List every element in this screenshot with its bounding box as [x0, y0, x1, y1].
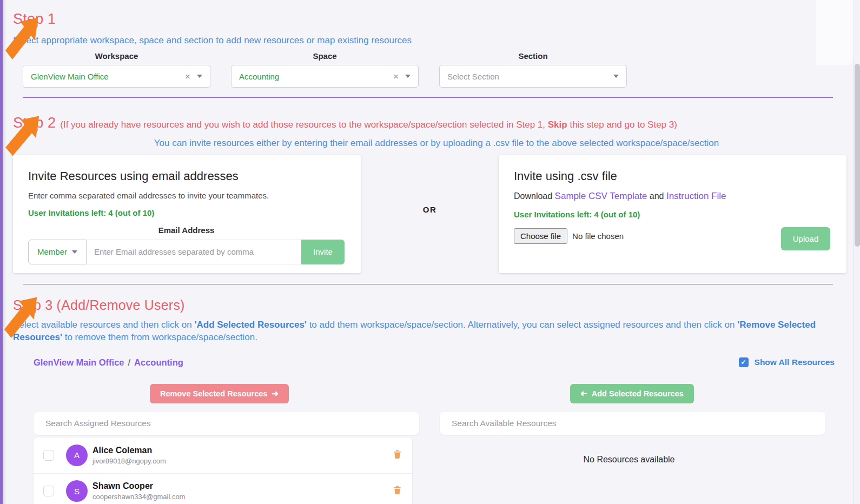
step2-note-skip: Skip — [548, 120, 567, 130]
sample-csv-template-link[interactable]: Sample CSV Template — [555, 191, 647, 201]
breadcrumb: GlenView Main Office/Accounting — [34, 357, 183, 368]
arrow-right-icon: ➜ — [272, 389, 279, 399]
chevron-down-icon — [72, 250, 77, 254]
section-field: Section Select Section — [439, 51, 627, 88]
checkbox-checked-icon[interactable]: ✓ — [739, 357, 749, 367]
file-row: Choose file No file chosen Upload — [514, 227, 830, 250]
delete-user-button[interactable] — [392, 485, 402, 498]
breadcrumb-workspace[interactable]: GlenView Main Office — [34, 357, 124, 367]
search-available-resources-input[interactable] — [440, 412, 825, 435]
show-all-resources-toggle[interactable]: ✓ Show All Resources — [739, 357, 835, 367]
scrollbar[interactable] — [854, 0, 860, 504]
chevron-down-icon[interactable] — [197, 75, 202, 78]
invite-row: Member Invite — [28, 240, 345, 264]
breadcrumb-separator: / — [128, 357, 131, 367]
left-edge-accent — [0, 0, 3, 504]
user-email: jivor89018@ngopy.com — [92, 457, 166, 465]
choose-file-button[interactable]: Choose file — [514, 228, 567, 244]
clear-icon[interactable]: × — [393, 72, 399, 81]
chevron-down-icon[interactable] — [405, 75, 411, 78]
user-info: Alice Coleman jivor89018@ngopy.com — [92, 446, 166, 465]
email-card-subtitle: Enter comma separated email addresses to… — [28, 191, 345, 200]
download-and-text: and — [647, 191, 666, 201]
email-invitations-left: User Invitations left: 4 (out of 10) — [28, 208, 345, 217]
workspace-select[interactable]: GlenView Main Office × — [23, 65, 210, 88]
step2-heading: Step 2(If you already have resources and… — [13, 114, 860, 132]
search-assigned-resources-input[interactable] — [34, 412, 419, 435]
delete-user-button[interactable] — [392, 449, 402, 462]
csv-invite-card: Invite using .csv file Download Sample C… — [499, 155, 846, 273]
step1-fields: Workspace GlenView Main Office × Space A… — [23, 51, 860, 88]
section-divider — [23, 97, 833, 98]
upload-button[interactable]: Upload — [781, 227, 830, 250]
role-selected-value: Member — [37, 247, 67, 256]
trash-icon — [393, 486, 401, 495]
row-checkbox[interactable] — [43, 450, 54, 461]
workspace-field: Workspace GlenView Main Office × — [23, 51, 210, 88]
step2-cards: Invite Resources using email addresses E… — [13, 155, 846, 273]
clear-icon[interactable]: × — [185, 72, 190, 81]
transfer-buttons-row: Remove Selected Resources ➜ ➜ Add Select… — [13, 384, 838, 403]
add-selected-resources-button[interactable]: ➜ Add Selected Resources — [570, 384, 694, 403]
breadcrumb-row: GlenView Main Office/Accounting ✓ Show A… — [34, 357, 835, 368]
step1-subtitle: Select appropriate workspace, space and … — [13, 35, 860, 46]
left-edge-shadow — [3, 0, 6, 504]
email-invite-card: Invite Resources using email addresses E… — [13, 155, 361, 273]
email-address-label: Email Address — [28, 226, 345, 235]
space-selected-value: Accounting — [239, 72, 393, 81]
user-email: coopershawn334@gmail.com — [92, 493, 185, 501]
step1-title: Step 1 — [13, 11, 860, 28]
step3-desc-pre: Select available resources and then clic… — [13, 320, 194, 330]
main-content: Step 1 Select appropriate workspace, spa… — [3, 0, 860, 504]
space-label: Space — [231, 51, 419, 61]
available-resources-empty-message: No Resources available — [433, 437, 825, 504]
step2-subtitle: You can invite resources either by enter… — [13, 138, 860, 149]
trash-icon — [393, 450, 401, 459]
invite-button[interactable]: Invite — [301, 240, 345, 264]
user-name: Alice Coleman — [92, 446, 166, 455]
instruction-file-link[interactable]: Instruction File — [666, 191, 726, 201]
top-right-panel — [816, 0, 854, 65]
workspace-selected-value: GlenView Main Office — [31, 72, 185, 81]
or-separator: OR — [361, 155, 499, 214]
download-text: Download — [514, 191, 555, 201]
step2-note-pre: (If you already have resources and you w… — [60, 120, 548, 130]
no-file-chosen-text: No file chosen — [572, 231, 624, 241]
file-input[interactable]: Choose file No file chosen — [514, 227, 624, 244]
step3-desc-post: to remove them from workspace/space/sect… — [62, 332, 257, 342]
section-divider — [23, 284, 833, 284]
section-label: Section — [439, 51, 627, 61]
avatar: A — [66, 445, 88, 466]
remove-button-label: Remove Selected Resources — [160, 389, 267, 398]
chevron-down-icon[interactable] — [613, 75, 619, 78]
breadcrumb-space[interactable]: Accounting — [134, 357, 183, 367]
remove-selected-resources-button[interactable]: Remove Selected Resources ➜ — [150, 384, 289, 403]
section-select[interactable]: Select Section — [439, 65, 627, 88]
assigned-resources-list: A Alice Coleman jivor89018@ngopy.com S — [34, 437, 412, 504]
step2-note-post: this step and go to Step 3) — [567, 120, 677, 130]
show-all-resources-label: Show All Resources — [755, 357, 835, 367]
scrollbar-thumb[interactable] — [855, 64, 860, 247]
user-info: Shawn Cooper coopershawn334@gmail.com — [92, 481, 185, 501]
search-row — [34, 412, 825, 435]
email-card-title: Invite Resources using email addresses — [28, 169, 345, 183]
list-item[interactable]: A Alice Coleman jivor89018@ngopy.com — [34, 437, 412, 473]
remove-button-area: Remove Selected Resources ➜ — [13, 384, 426, 403]
resource-lists-row: A Alice Coleman jivor89018@ngopy.com S — [34, 437, 825, 504]
role-select[interactable]: Member — [28, 240, 87, 264]
email-addresses-input[interactable] — [87, 240, 301, 264]
step3-title: Step 3 (Add/Remove Users) — [13, 297, 860, 313]
step3-desc-mid: to add them workspace/space/section. Alt… — [307, 320, 737, 330]
csv-card-title: Invite using .csv file — [514, 169, 830, 183]
step3-description: Select available resources and then clic… — [13, 319, 833, 343]
csv-invitations-left: User Invitations left: 4 (out of 10) — [514, 210, 830, 219]
row-checkbox[interactable] — [43, 486, 54, 496]
workspace-label: Workspace — [23, 51, 210, 61]
section-placeholder: Select Section — [447, 72, 613, 81]
space-select[interactable]: Accounting × — [231, 65, 419, 88]
user-name: Shawn Cooper — [92, 481, 185, 491]
avatar: S — [66, 480, 88, 502]
list-item[interactable]: S Shawn Cooper coopershawn334@gmail.com — [34, 473, 412, 504]
add-button-label: Add Selected Resources — [592, 389, 684, 398]
arrow-left-icon: ➜ — [580, 389, 587, 399]
